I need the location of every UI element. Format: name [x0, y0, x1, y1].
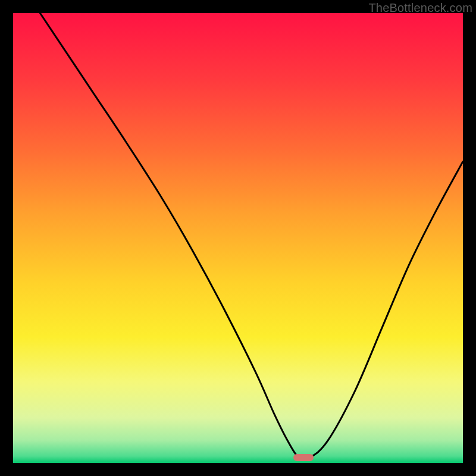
optimal-marker	[293, 454, 314, 462]
chart-frame: TheBottleneck.com	[0, 0, 476, 476]
bottleneck-curve	[13, 13, 463, 463]
plot-area	[13, 13, 463, 463]
watermark-text: TheBottleneck.com	[368, 1, 472, 15]
